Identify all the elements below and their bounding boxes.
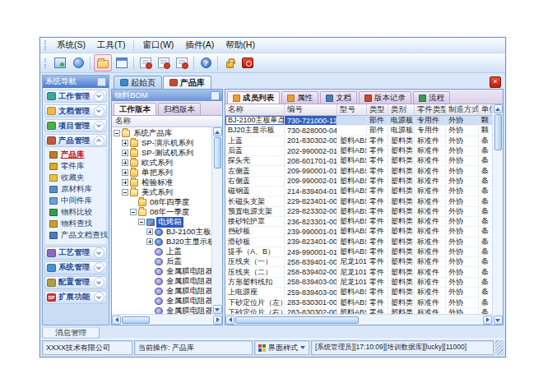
table-row[interactable]: 右侧盖209-990002-01X塑料ABS零件塑料类标准件外协条 — [225, 177, 492, 187]
table-row[interactable]: BJ-2100主板单点730-721000-12X部件电源板专用件外协颗 — [225, 116, 492, 126]
table-horizontal-scrollbar[interactable] — [225, 314, 492, 325]
exit-button[interactable] — [239, 55, 256, 71]
scroll-up-icon[interactable] — [213, 127, 222, 136]
chevron-up-icon[interactable] — [94, 136, 104, 146]
scroll-left-icon[interactable] — [225, 316, 234, 325]
menu-item[interactable]: 窗口(W) — [137, 39, 179, 52]
expand-icon[interactable] — [122, 150, 128, 156]
help-button[interactable] — [197, 55, 214, 71]
ui-style-dropdown[interactable]: 界面样式 — [254, 340, 309, 355]
sidebar-item-收藏夹[interactable]: 收藏夹 — [49, 173, 105, 183]
table-row[interactable]: 探头壳208-601701-01X塑料ABS零件塑料类标准件外协条 — [225, 156, 492, 166]
tab-版本记录[interactable]: 版本记录 — [359, 91, 411, 104]
expand-icon[interactable] — [146, 238, 153, 245]
scroll-right-icon[interactable] — [483, 316, 492, 325]
tree-node[interactable]: 金属膜电阻器 — [112, 266, 211, 276]
collapse-icon[interactable] — [114, 130, 120, 136]
tree-column-header[interactable]: 名称 — [112, 115, 222, 127]
window-op2-button[interactable] — [155, 55, 172, 71]
workspace-button[interactable] — [52, 55, 68, 71]
column-header-类型[interactable]: 类型 — [367, 104, 388, 115]
table-row[interactable]: 磁钢盖214-839404-01X塑料ABS零件塑料类标准件外协条 — [225, 187, 492, 196]
tree-node[interactable]: 电烤箱 — [112, 217, 211, 227]
menu-item[interactable]: 帮助(H) — [220, 39, 261, 52]
expand-icon[interactable] — [122, 140, 128, 146]
table-row[interactable]: 上盖201-830302-00X塑料ABS零件塑料类标准件外协条 — [225, 136, 492, 146]
column-header-制造方式[interactable]: 制造方式 — [446, 104, 479, 115]
tree-scroll-thumb[interactable] — [214, 137, 221, 168]
menu-item[interactable]: 系统(S) — [51, 39, 91, 52]
table-row[interactable]: 下砂定位片（左）283-830301-00X塑料ABS零件塑料类标准件外协条 — [225, 297, 492, 307]
table-row[interactable]: 长磁头支架229-823401-00X塑料ABS零件塑料类标准件外协条 — [225, 196, 492, 206]
message-manager-tab[interactable]: 消息管理 — [42, 327, 100, 339]
column-header-名称[interactable]: 名称 — [225, 104, 285, 115]
resize-grip[interactable] — [495, 340, 504, 355]
tree-node[interactable]: 单把系列 — [112, 168, 211, 178]
sidebar-group-产品管理[interactable]: 产品管理 — [44, 134, 107, 147]
doc-tab-起始页[interactable]: 起始页 — [114, 76, 162, 89]
sidebar-item-产品库[interactable]: 产品库 — [49, 150, 105, 160]
sidebar-item-产品文档查找[interactable]: 产品文档查找 — [49, 230, 105, 241]
column-header-零件类型[interactable]: 零件类型 — [415, 104, 446, 115]
scroll-left-icon[interactable] — [112, 316, 121, 325]
tab-文档[interactable]: 文档 — [320, 91, 357, 104]
table-row[interactable]: 挡砂板239-990001-01X塑料ABS零件塑料类标准件外协条 — [225, 227, 492, 237]
close-tab-button[interactable]: × — [490, 76, 501, 88]
chevron-down-icon[interactable] — [94, 277, 104, 288]
tree-node[interactable]: SP-测试机系列 — [112, 148, 211, 158]
table-row[interactable]: 提手（A、B）249-990001-01X塑料ABS零件塑料类标准件外协条 — [225, 247, 492, 257]
tree-node[interactable]: 金属膜电阻器 — [112, 276, 211, 286]
table-row[interactable]: 压线夹（一）258-839401-00X尼龙1010零件塑料类标准件外协条 — [225, 257, 492, 267]
tree-node[interactable]: 上盖 — [112, 247, 211, 256]
web-globe-button[interactable] — [70, 55, 86, 71]
table-row[interactable]: 滑砂板239-823401-00X塑料ABS零件塑料类标准件外协条 — [225, 238, 492, 247]
table-row[interactable]: 方形塑料线扣258-839403-00X尼龙1010零件塑料类标准件外协条 — [225, 278, 492, 288]
tree-hscroll-thumb[interactable] — [122, 316, 150, 324]
expand-icon[interactable] — [122, 159, 128, 166]
toolbar-grip[interactable] — [44, 58, 49, 68]
window-op1-button[interactable] — [137, 55, 154, 71]
collapse-icon[interactable] — [130, 209, 137, 215]
table-row[interactable]: 上电源座259-839403-00X塑料ABS零件塑料类标准件外协条 — [225, 288, 492, 297]
open-library-button[interactable] — [94, 54, 112, 71]
table-row[interactable]: 左侧盖209-990001-01X塑料ABS零件塑料类标准件外协条 — [225, 166, 492, 176]
lock-button[interactable] — [221, 55, 238, 71]
tree-horizontal-scrollbar[interactable] — [112, 314, 222, 325]
collapse-icon[interactable] — [122, 189, 128, 196]
table-row[interactable]: BJ20主显示板730-828000-04X部件电源板专用件外协颗 — [225, 126, 492, 136]
sidebar-group-扩展功能[interactable]: SP扩展功能 — [44, 291, 107, 304]
version-tab-归档版本[interactable]: 归档版本 — [158, 103, 201, 115]
column-header-型号[interactable]: 型号 — [337, 104, 367, 115]
table-row[interactable]: 预置电源支架229-823302-00X塑料ABS零件塑料类标准件外协条 — [225, 207, 492, 217]
expand-icon[interactable] — [146, 228, 153, 235]
chevron-down-icon[interactable] — [94, 91, 104, 102]
scroll-down-icon[interactable] — [213, 305, 222, 314]
table-row[interactable]: 压线夹（二）258-839402-00X尼龙1010零件塑料类标准件外协条 — [225, 267, 492, 277]
expand-icon[interactable] — [122, 169, 128, 176]
sidebar-group-项目管理[interactable]: 项目管理 — [44, 119, 107, 132]
sidebar-item-中间件库[interactable]: 中间件库 — [49, 196, 105, 206]
version-tab-工作版本[interactable]: 工作版本 — [114, 103, 156, 115]
tree-node[interactable]: 金属膜电阻器 — [112, 306, 211, 314]
tree-node[interactable]: SP-演示机系列 — [112, 138, 211, 148]
column-header-编号[interactable]: 编号 — [285, 104, 337, 115]
tree-node[interactable]: 后盖 — [112, 256, 211, 266]
tab-属性[interactable]: 属性 — [281, 91, 318, 104]
menu-item[interactable]: 工具(T) — [91, 39, 131, 52]
menu-item[interactable]: 插件(A) — [179, 39, 220, 52]
tree-node[interactable]: BJ-2100主板单点 — [112, 227, 211, 237]
menu-grip[interactable] — [44, 40, 49, 50]
sidebar-group-工艺管理[interactable]: 工艺管理 — [44, 247, 107, 260]
scroll-up-icon[interactable] — [494, 104, 503, 113]
chevron-down-icon[interactable] — [94, 247, 104, 258]
tab-成员列表[interactable]: 成员列表 — [227, 91, 280, 104]
tree-node[interactable]: 08年四季度 — [112, 197, 211, 207]
tree-node[interactable]: 美式系列 — [112, 187, 211, 197]
table-row[interactable]: 后盖202-990002-01X塑料ABS零件塑料类标准件外协条 — [225, 146, 492, 156]
sidebar-group-文档管理[interactable]: 文档管理 — [44, 104, 107, 118]
expand-icon[interactable] — [122, 179, 128, 186]
table-row[interactable]: 下砂定位片（右）283-830302-00X塑料ABS零件塑料类标准件外协条 — [225, 308, 492, 314]
chevron-down-icon[interactable] — [94, 292, 104, 302]
chevron-down-icon[interactable] — [94, 262, 104, 273]
sidebar-group-配置管理[interactable]: 配置管理 — [44, 276, 107, 289]
